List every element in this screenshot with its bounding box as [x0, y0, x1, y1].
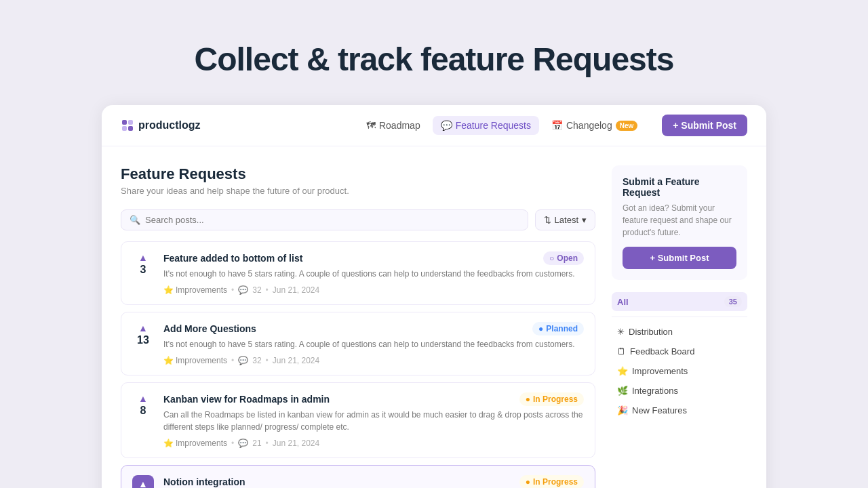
changelog-icon: 📅 — [551, 120, 563, 131]
post-card[interactable]: ▲ 3 Feature added to bottom of list ○ Op… — [121, 241, 595, 305]
meta-dot-2: • — [266, 285, 269, 295]
post-title-row: Feature added to bottom of list ○ Open — [163, 251, 584, 265]
filter-icon: ✳ — [617, 327, 625, 337]
posts-list: ▲ 3 Feature added to bottom of list ○ Op… — [121, 241, 595, 488]
submit-feature-btn[interactable]: + Submit Post — [623, 247, 736, 269]
post-date: Jun 21, 2024 — [273, 439, 319, 448]
roadmap-icon: 🗺 — [366, 120, 376, 131]
nav-feature-requests[interactable]: 💬 Feature Requests — [433, 116, 539, 135]
status-badge: ○ Open — [543, 251, 584, 265]
status-icon: ○ — [549, 253, 554, 263]
post-tag: ⭐ Improvements — [163, 439, 227, 448]
post-tag: ⭐ Improvements — [163, 356, 227, 365]
meta-dot-1: • — [231, 439, 234, 448]
svg-rect-3 — [128, 126, 133, 131]
comment-count: 32 — [252, 356, 261, 365]
filter-item-new-features[interactable]: 🎉 New Features — [612, 401, 747, 420]
feature-requests-icon: 💬 — [441, 120, 452, 131]
post-body: Notion integration ● In Progress Say goo… — [163, 475, 584, 488]
right-panel: Submit a Feature Request Got an idea? Su… — [612, 165, 747, 421]
nav-roadmap[interactable]: 🗺 Roadmap — [358, 116, 429, 135]
page-header: Collect & track feature Requests — [0, 0, 868, 105]
post-card[interactable]: ▲ 13 Add More Questions ● Planned It's n… — [121, 312, 595, 375]
feature-requests-heading: Feature Requests — [121, 165, 595, 183]
filter-text: Feedback Board — [630, 346, 694, 357]
status-icon: ● — [538, 324, 543, 333]
nav-changelog[interactable]: 📅 Changelog New — [543, 116, 646, 135]
filter-text: Improvements — [632, 366, 688, 376]
tag-label: Improvements — [176, 439, 227, 448]
filter-icon: 🌿 — [617, 386, 628, 396]
filter-text: Integrations — [632, 386, 678, 396]
nav-feature-requests-label: Feature Requests — [456, 120, 531, 131]
logo-icon — [121, 119, 134, 132]
status-label: In Progress — [533, 477, 578, 487]
meta-dot-1: • — [231, 356, 234, 365]
filter-item-distribution[interactable]: ✳ Distribution — [612, 323, 747, 341]
comment-icon: 💬 — [238, 285, 248, 295]
vote-up-icon[interactable]: ▲ — [138, 253, 148, 262]
vote-column: ▲ 3 — [132, 251, 154, 276]
post-title-row: Kanban view for Roadmaps in admin ● In P… — [163, 392, 584, 406]
post-card[interactable]: ▲ 8 Kanban view for Roadmaps in admin ● … — [121, 382, 595, 458]
post-title: Notion integration — [163, 476, 245, 487]
changelog-badge: New — [616, 121, 638, 131]
filter-item-improvements[interactable]: ⭐ Improvements — [612, 362, 747, 380]
vote-up-icon[interactable]: ▲ — [138, 394, 148, 403]
vote-up-icon[interactable]: ▲ — [138, 323, 148, 333]
filter-all-count: 35 — [724, 296, 742, 307]
tag-icon: ⭐ — [163, 285, 174, 295]
meta-dot-2: • — [266, 356, 269, 365]
page-title: Collect & track feature Requests — [14, 41, 854, 78]
filter-label: ✳ Distribution — [617, 327, 673, 337]
status-badge: ● In Progress — [519, 392, 584, 406]
filter-divider — [612, 317, 747, 317]
post-meta: ⭐ Improvements • 💬 32 • Jun 21, 2024 — [163, 356, 584, 365]
filter-label: 🌿 Integrations — [617, 386, 678, 396]
svg-rect-2 — [122, 126, 127, 131]
status-badge: ● In Progress — [519, 475, 584, 488]
vote-count: 8 — [140, 405, 146, 417]
post-description: Can all the Roadmaps be listed in kanban… — [163, 409, 584, 433]
post-title: Add More Questions — [163, 323, 256, 334]
post-date: Jun 21, 2024 — [273, 356, 319, 365]
sort-button[interactable]: ⇅ Latest ▾ — [535, 209, 595, 230]
post-body: Add More Questions ● Planned It's not en… — [163, 322, 584, 365]
tag-icon: ⭐ — [163, 439, 174, 448]
nav-changelog-label: Changelog — [566, 120, 612, 131]
post-title-row: Add More Questions ● Planned — [163, 322, 584, 336]
search-icon: 🔍 — [130, 215, 140, 225]
search-input[interactable] — [145, 215, 519, 225]
vote-column: ▲ 8 — [132, 392, 154, 417]
post-body: Feature added to bottom of list ○ Open I… — [163, 251, 584, 295]
vote-count: 13 — [137, 334, 149, 346]
search-box[interactable]: 🔍 — [121, 209, 528, 230]
comment-icon: 💬 — [238, 439, 248, 448]
vote-up-icon[interactable]: ▲ — [138, 479, 148, 488]
nav-submit-btn[interactable]: + Submit Post — [662, 115, 747, 136]
filter-item-integrations[interactable]: 🌿 Integrations — [612, 382, 747, 400]
tag-label: Improvements — [176, 285, 227, 295]
submit-feature-title: Submit a Feature Request — [623, 176, 736, 198]
post-body: Kanban view for Roadmaps in admin ● In P… — [163, 392, 584, 448]
filter-all[interactable]: All 35 — [612, 292, 747, 311]
filter-item-feedback-board[interactable]: 🗒 Feedback Board — [612, 342, 747, 361]
post-date: Jun 21, 2024 — [273, 285, 319, 295]
vote-column: ▲ 5 — [132, 475, 154, 488]
comment-icon: 💬 — [238, 356, 248, 365]
filter-text: Distribution — [629, 327, 673, 337]
post-meta: ⭐ Improvements • 💬 32 • Jun 21, 2024 — [163, 285, 584, 295]
nav-links: 🗺 Roadmap 💬 Feature Requests 📅 Changelog… — [358, 116, 646, 135]
status-label: Planned — [546, 324, 578, 333]
sort-chevron-icon: ▾ — [582, 215, 587, 225]
logo[interactable]: productlogz — [121, 119, 201, 132]
filter-section: All 35 ✳ Distribution 🗒 Feedback Board ⭐… — [612, 292, 747, 420]
filter-label: ⭐ Improvements — [617, 366, 688, 376]
post-title: Kanban view for Roadmaps in admin — [163, 394, 330, 405]
logo-text: productlogz — [138, 119, 201, 131]
filter-text: New Features — [632, 405, 687, 415]
post-card[interactable]: ▲ 5 Notion integration ● In Progress Say… — [121, 465, 595, 488]
meta-dot-1: • — [231, 285, 234, 295]
filter-icon: 🗒 — [617, 346, 626, 357]
status-badge: ● Planned — [532, 322, 584, 336]
